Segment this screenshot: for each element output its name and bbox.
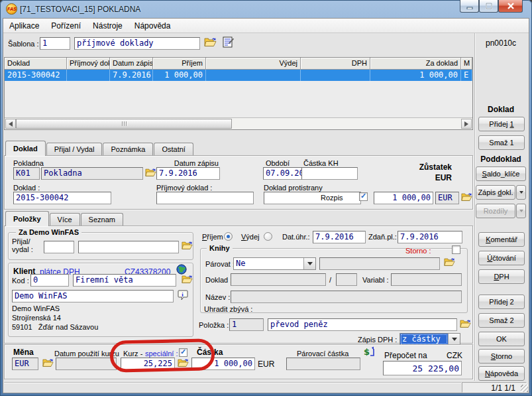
doc-castka-field[interactable]: 1 000,00 [374, 192, 433, 204]
tab-doklad[interactable]: Doklad [5, 141, 46, 156]
tab-prijal-vydal[interactable]: Přijal / Vydal [46, 143, 103, 156]
globe-icon[interactable] [176, 264, 187, 275]
polozka-folder-icon[interactable] [460, 319, 471, 328]
dat-uhr-field[interactable]: 7.9.2016 [313, 231, 366, 243]
firemni-veta-field[interactable]: Firemní věta [73, 274, 176, 287]
prijal-name-field[interactable] [78, 241, 179, 253]
datum-kurzu-field[interactable] [56, 358, 117, 370]
pridej1-button[interactable]: Přidej 1 [478, 117, 525, 131]
tab-ostatni[interactable]: Ostatní [154, 143, 193, 156]
col-doklad[interactable]: Doklad [5, 58, 67, 70]
rozdily-button[interactable]: Rozdíly [476, 204, 515, 218]
open-template-folder-icon[interactable] [204, 37, 217, 47]
zustatek-mena-label: EUR [403, 173, 452, 182]
pokladna-folder-icon[interactable] [145, 168, 156, 177]
col-dph[interactable]: DPH [301, 58, 370, 70]
doklad-cislo-field[interactable]: 2015-300042 [13, 192, 111, 204]
zapis-dokl-dropdown-arrow[interactable] [516, 185, 526, 200]
smaz1-button[interactable]: Smaž 1 [478, 135, 525, 150]
mena-field[interactable]: EUR [12, 358, 38, 370]
ok-button[interactable]: OK [478, 332, 525, 346]
col-datum-zapisu[interactable]: Datum zápisu [110, 58, 153, 70]
prijmovy-doklad-field[interactable] [156, 192, 254, 204]
minimize-button[interactable] [460, 0, 479, 13]
polozka-num-field[interactable]: 1 [229, 318, 264, 331]
template-list-icon[interactable] [223, 36, 234, 48]
resize-grip[interactable] [521, 385, 528, 392]
castka-kh-field[interactable] [301, 167, 358, 180]
menu-napoveda[interactable]: Nápověda [129, 19, 177, 33]
cell-prijmovy-doklad [67, 70, 110, 81]
zapis-dph-value: z částky [400, 334, 448, 345]
info-icon[interactable]: i [178, 290, 188, 301]
tab-seznam[interactable]: Seznam [81, 213, 123, 226]
documents-grid[interactable]: Doklad Příjmový doklad Datum zápisu Příj… [4, 57, 473, 130]
pokladna-code-field[interactable]: K01 [13, 167, 40, 180]
parovat-folder-icon[interactable] [444, 257, 455, 267]
menu-nastroje[interactable]: Nástroje [87, 19, 129, 33]
knihy-doklad-sub-field[interactable] [336, 273, 357, 286]
parovat-dropdown-arrow[interactable] [303, 258, 315, 269]
menu-porizeni[interactable]: Pořízení [45, 19, 87, 33]
parovaci-field[interactable] [286, 358, 360, 370]
title-bar[interactable]: FAS [71_TESTOVACI_15] POKLADNA [0, 0, 532, 18]
datum-zapisu-field[interactable]: 7.9.2016 [156, 167, 220, 180]
doc-mena-field[interactable]: EUR [435, 192, 459, 204]
template-number-field[interactable]: 1 [40, 37, 70, 50]
tab-poznamka[interactable]: Poznámka [103, 143, 153, 156]
uctovani-button[interactable]: Účtování [478, 251, 525, 265]
col-mena[interactable]: M [461, 58, 472, 70]
komentar-button[interactable]: Komentář [478, 232, 525, 247]
tab-polozky[interactable]: Položky [5, 211, 49, 226]
grid-selected-row[interactable]: 2015-300042 7.9.2016 1 000,00 1 000,00 E [5, 70, 472, 81]
nazev-field[interactable] [231, 291, 462, 303]
menu-aplikace[interactable]: Aplikace [3, 19, 45, 33]
prijmovy-doklad-label: Příjmový doklad : [156, 184, 212, 192]
storno-checkbox[interactable] [452, 245, 460, 254]
template-name-field[interactable]: příjmové doklady [74, 37, 200, 50]
parovat-combo[interactable]: Ne [233, 257, 316, 270]
klient-folder-icon[interactable] [182, 275, 193, 284]
prepocet-field[interactable]: 25 225,00 [383, 361, 462, 375]
prijem-radio[interactable] [224, 232, 233, 241]
scroll-left-arrow[interactable] [5, 119, 16, 129]
kod-field[interactable]: 0 [30, 274, 69, 287]
exchange-icon[interactable]: $ [364, 346, 375, 358]
col-prijmovy-doklad[interactable]: Příjmový doklad [67, 58, 110, 70]
zapis-dokl-button[interactable]: Zápis dokl. [476, 185, 515, 200]
dph-button[interactable]: DPH [478, 269, 525, 284]
scroll-right-arrow[interactable] [461, 119, 472, 129]
vydej-radio[interactable] [264, 232, 272, 241]
scroll-thumb[interactable] [16, 119, 232, 129]
rozdily-dropdown-arrow[interactable] [516, 204, 526, 218]
col-za-doklad[interactable]: Za doklad [370, 58, 461, 70]
zapis-dph-dropdown-arrow[interactable] [448, 334, 460, 345]
cell-dph [301, 70, 370, 81]
prijal-code-field[interactable] [44, 241, 74, 253]
knihy-doklad-field[interactable] [231, 273, 326, 286]
cell-za-doklad: 1 000,00 [370, 70, 461, 81]
col-vydej[interactable]: Výdej [206, 58, 301, 70]
zdan-pl-field[interactable]: 7.9.2016 [398, 231, 462, 243]
maximize-button[interactable] [479, 0, 498, 13]
pokladna-name-field[interactable]: Pokladna [41, 167, 143, 180]
variabl-field[interactable] [391, 273, 462, 286]
smaz2-button[interactable]: Smaž 2 [478, 313, 525, 328]
mena-folder-icon[interactable] [42, 358, 54, 367]
parovat-target-field[interactable] [319, 257, 440, 270]
pridej2-button[interactable]: Přidej 2 [478, 295, 525, 309]
col-prijem[interactable]: Příjem [153, 58, 206, 70]
napoveda-button[interactable]: Nápověda [478, 366, 525, 381]
protistrany-field[interactable] [264, 192, 361, 204]
prijal-folder-icon[interactable] [182, 241, 193, 250]
storno-button[interactable]: Storno [478, 349, 525, 363]
rozpis-checkbox[interactable] [359, 192, 368, 201]
doc-mena-folder-icon[interactable] [461, 192, 472, 202]
close-button[interactable] [498, 0, 523, 13]
grid-horizontal-scrollbar[interactable] [5, 117, 472, 129]
klient-name-field[interactable]: Demo WinFAS [12, 290, 174, 302]
saldo-klice-button[interactable]: Saldo_klíče [476, 166, 526, 181]
prijem-radio-label: Příjem [202, 233, 223, 241]
polozka-text-field[interactable]: převod peněz [268, 318, 457, 331]
tab-vice[interactable]: Více [50, 213, 80, 226]
